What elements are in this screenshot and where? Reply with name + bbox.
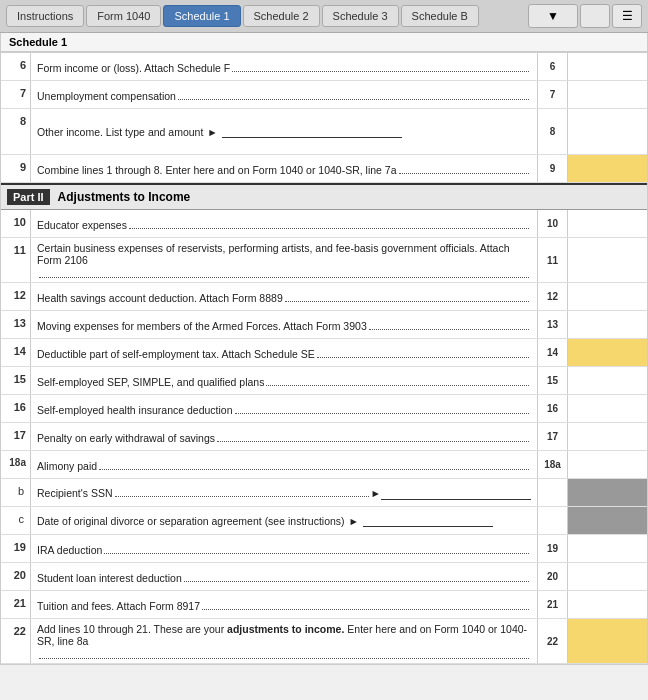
table-row: 6 Form income or (loss). Attach Schedule… (1, 53, 647, 81)
row-content-12: Health savings account deduction. Attach… (31, 283, 537, 310)
table-row: 9 Combine lines 1 through 8. Enter here … (1, 155, 647, 183)
row-number-18c: c (1, 507, 31, 534)
table-row: 12 Health savings account deduction. Att… (1, 283, 647, 311)
part2-title: Adjustments to Income (58, 190, 191, 204)
row-content-10: Educator expenses (31, 210, 537, 237)
row-field-13[interactable] (567, 311, 647, 338)
row-field-21[interactable] (567, 591, 647, 618)
row-linenum-19: 19 (537, 535, 567, 562)
row-field-8[interactable] (567, 109, 647, 154)
table-row: 19 IRA deduction 19 (1, 535, 647, 563)
field-input-13[interactable] (568, 311, 647, 338)
row-number-12: 12 (1, 283, 31, 310)
row-field-6[interactable] (567, 53, 647, 80)
row-field-22[interactable] (567, 619, 647, 663)
row-content-17: Penalty on early withdrawal of savings (31, 423, 537, 450)
row-field-16[interactable] (567, 395, 647, 422)
row-linenum-18a: 18a (537, 451, 567, 478)
table-row: 14 Deductible part of self-employment ta… (1, 339, 647, 367)
row-linenum-17: 17 (537, 423, 567, 450)
row-content-13: Moving expenses for members of the Armed… (31, 311, 537, 338)
table-row: 7 Unemployment compensation 7 (1, 81, 647, 109)
row-linenum-9: 9 (537, 155, 567, 182)
row-field-11[interactable] (567, 238, 647, 282)
tab-schedule2[interactable]: Schedule 2 (243, 5, 320, 27)
field-input-8[interactable] (568, 109, 647, 154)
row-field-20[interactable] (567, 563, 647, 590)
row-field-18b (567, 479, 647, 506)
field-input-10[interactable] (568, 210, 647, 237)
row-content-20: Student loan interest deduction (31, 563, 537, 590)
tab-schedule1[interactable]: Schedule 1 (163, 5, 240, 27)
row-number-6: 6 (1, 53, 31, 80)
field-input-7[interactable] (568, 81, 647, 108)
menu-button[interactable]: ☰ (612, 4, 642, 28)
table-row: 13 Moving expenses for members of the Ar… (1, 311, 647, 339)
grid-button[interactable] (580, 4, 610, 28)
row-field-10[interactable] (567, 210, 647, 237)
field-input-19[interactable] (568, 535, 647, 562)
row-linenum-7: 7 (537, 81, 567, 108)
field-input-11[interactable] (568, 238, 647, 282)
field-input-18a[interactable] (568, 451, 647, 478)
table-row: c Date of original divorce or separation… (1, 507, 647, 535)
field-input-12[interactable] (568, 283, 647, 310)
row-content-16: Self-employed health insurance deduction (31, 395, 537, 422)
nav-bar: Instructions Form 1040 Schedule 1 Schedu… (0, 0, 648, 33)
row-linenum-15: 15 (537, 367, 567, 394)
row-number-9: 9 (1, 155, 31, 182)
table-row: 10 Educator expenses 10 (1, 210, 647, 238)
row-field-15[interactable] (567, 367, 647, 394)
row-field-7[interactable] (567, 81, 647, 108)
row-content-8: Other income. List type and amount ► (31, 109, 537, 154)
field-input-17[interactable] (568, 423, 647, 450)
other-income-input[interactable] (222, 125, 402, 138)
divorce-date-input[interactable] (363, 514, 493, 527)
row-field-18c (567, 507, 647, 534)
field-input-20[interactable] (568, 563, 647, 590)
row-number-11: 11 (1, 238, 31, 282)
row-number-15: 15 (1, 367, 31, 394)
row-number-14: 14 (1, 339, 31, 366)
table-row: 8 Other income. List type and amount ► 8 (1, 109, 647, 155)
row-field-17[interactable] (567, 423, 647, 450)
tab-instructions[interactable]: Instructions (6, 5, 84, 27)
field-input-15[interactable] (568, 367, 647, 394)
table-row: 15 Self-employed SEP, SIMPLE, and qualif… (1, 367, 647, 395)
tab-scheduleb[interactable]: Schedule B (401, 5, 479, 27)
field-input-16[interactable] (568, 395, 647, 422)
row-field-18a[interactable] (567, 451, 647, 478)
row-number-18b: b (1, 479, 31, 506)
row-linenum-20: 20 (537, 563, 567, 590)
tab-form1040[interactable]: Form 1040 (86, 5, 161, 27)
row-linenum-6: 6 (537, 53, 567, 80)
row-content-21: Tuition and fees. Attach Form 8917 (31, 591, 537, 618)
row-field-9[interactable] (567, 155, 647, 182)
tab-schedule3[interactable]: Schedule 3 (322, 5, 399, 27)
recipient-ssn-input[interactable] (381, 487, 531, 500)
field-input-21[interactable] (568, 591, 647, 618)
dropdown-button[interactable]: ▼ (528, 4, 578, 28)
field-input-9[interactable] (568, 155, 647, 182)
row-field-19[interactable] (567, 535, 647, 562)
part2-label: Part II (7, 189, 50, 205)
row-linenum-18b (537, 479, 567, 506)
field-input-14[interactable] (568, 339, 647, 366)
row-linenum-18c (537, 507, 567, 534)
table-row: b Recipient's SSN ► (1, 479, 647, 507)
part2-header: Part II Adjustments to Income (1, 183, 647, 210)
row-linenum-8: 8 (537, 109, 567, 154)
row-content-18a: Alimony paid (31, 451, 537, 478)
row-number-20: 20 (1, 563, 31, 590)
row-linenum-13: 13 (537, 311, 567, 338)
field-input-22[interactable] (568, 619, 647, 663)
row-content-18c: Date of original divorce or separation a… (31, 507, 537, 534)
table-row: 18a Alimony paid 18a (1, 451, 647, 479)
row-field-14[interactable] (567, 339, 647, 366)
row-number-8: 8 (1, 109, 31, 154)
row-content-7: Unemployment compensation (31, 81, 537, 108)
row-linenum-16: 16 (537, 395, 567, 422)
field-input-6[interactable] (568, 53, 647, 80)
row-field-12[interactable] (567, 283, 647, 310)
row-number-19: 19 (1, 535, 31, 562)
